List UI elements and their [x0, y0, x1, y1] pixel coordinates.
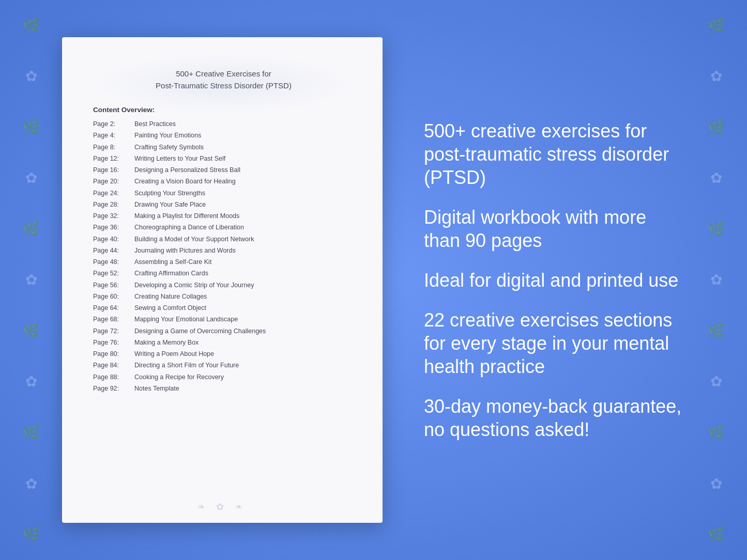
- toc-entry-title: Designing a Game of Overcoming Challenge…: [134, 326, 266, 337]
- toc-page-number: Page 12:: [93, 153, 134, 164]
- toc-item: Page 68:Mapping Your Emotional Landscape: [93, 314, 354, 325]
- toc-item: Page 32:Making a Playlist for Different …: [93, 211, 354, 222]
- toc-page-number: Page 16:: [93, 165, 134, 176]
- floral-sprig: 🌿: [707, 17, 725, 34]
- toc-page-number: Page 64:: [93, 303, 134, 314]
- content-overview-label: Content Overview:: [93, 106, 354, 114]
- toc-item: Page 40:Building a Model of Your Support…: [93, 234, 354, 245]
- toc-entry-title: Sewing a Comfort Object: [134, 303, 206, 314]
- toc-item: Page 12:Writing Letters to Your Past Sel…: [93, 153, 354, 164]
- toc-entry-title: Sculpting Your Strengths: [134, 188, 205, 199]
- toc-item: Page 8:Crafting Safety Symbols: [93, 142, 354, 153]
- toc-page-number: Page 80:: [93, 349, 134, 360]
- toc-item: Page 56:Developing a Comic Strip of Your…: [93, 280, 354, 291]
- toc-page-number: Page 92:: [93, 383, 134, 394]
- toc-page-number: Page 48:: [93, 257, 134, 268]
- toc-page-number: Page 32:: [93, 211, 134, 222]
- toc-page-number: Page 4:: [93, 130, 134, 141]
- toc-page-number: Page 20:: [93, 176, 134, 187]
- toc-entry-title: Cooking a Recipe for Recovery: [134, 372, 224, 383]
- toc-entry-title: Making a Playlist for Different Moods: [134, 211, 239, 222]
- toc-entry-title: Writing Letters to Your Past Self: [134, 153, 225, 164]
- document-title: 500+ Creative Exercises for Post-Traumat…: [93, 68, 354, 91]
- toc-entry-title: Designing a Personalized Stress Ball: [134, 165, 240, 176]
- toc-entry-title: Crafting Safety Symbols: [134, 142, 204, 153]
- toc-page-number: Page 84:: [93, 360, 134, 371]
- toc-entry-title: Mapping Your Emotional Landscape: [134, 314, 238, 325]
- floral-sprig: ✿: [25, 475, 37, 492]
- floral-sprig: ✿: [25, 271, 37, 288]
- toc-item: Page 60:Creating Nature Collages: [93, 291, 354, 302]
- toc-item: Page 36:Choreographing a Dance of Libera…: [93, 222, 354, 233]
- toc-item: Page 92:Notes Template: [93, 383, 354, 394]
- floral-sprig: 🌿: [22, 17, 40, 34]
- toc-page-number: Page 28:: [93, 199, 134, 210]
- toc-page-number: Page 2:: [93, 119, 134, 130]
- toc-entry-title: Assembling a Self-Care Kit: [134, 257, 211, 268]
- toc-entry-title: Best Practices: [134, 119, 176, 130]
- floral-sprig: 🌿: [22, 424, 40, 441]
- toc-page-number: Page 8:: [93, 142, 134, 153]
- info-block-5: 30-day money-back guarantee, no question…: [424, 395, 685, 441]
- toc-item: Page 52:Crafting Affirmation Cards: [93, 268, 354, 279]
- table-of-contents: Page 2:Best PracticesPage 4:Painting You…: [93, 119, 354, 394]
- toc-entry-title: Creating Nature Collages: [134, 291, 207, 302]
- toc-entry-title: Directing a Short Film of Your Future: [134, 360, 239, 371]
- toc-item: Page 48:Assembling a Self-Care Kit: [93, 257, 354, 268]
- toc-page-number: Page 88:: [93, 372, 134, 383]
- toc-item: Page 72:Designing a Game of Overcoming C…: [93, 326, 354, 337]
- floral-sprig: ✿: [25, 373, 37, 390]
- toc-entry-title: Writing a Poem About Hope: [134, 349, 214, 360]
- toc-entry-title: Developing a Comic Strip of Your Journey: [134, 280, 254, 291]
- toc-entry-title: Notes Template: [134, 383, 179, 394]
- info-block-2: Digital workbook with more than 90 pages: [424, 206, 685, 252]
- toc-entry-title: Making a Memory Box: [134, 337, 199, 348]
- toc-page-number: Page 44:: [93, 245, 134, 256]
- document-panel: 500+ Creative Exercises for Post-Traumat…: [62, 37, 383, 523]
- floral-sprig: ✿: [710, 68, 722, 85]
- toc-item: Page 28:Drawing Your Safe Place: [93, 199, 354, 210]
- toc-entry-title: Creating a Vision Board for Healing: [134, 176, 236, 187]
- document-title-line1: 500+ Creative Exercises for: [176, 69, 271, 78]
- document-title-line2: Post-Traumatic Stress Disorder (PTSD): [156, 81, 292, 90]
- toc-page-number: Page 72:: [93, 326, 134, 337]
- toc-item: Page 16:Designing a Personalized Stress …: [93, 165, 354, 176]
- info-block-3: Ideal for digital and printed use: [424, 269, 685, 292]
- toc-item: Page 64:Sewing a Comfort Object: [93, 303, 354, 314]
- toc-entry-title: Painting Your Emotions: [134, 130, 201, 141]
- floral-sprig: 🌿: [22, 322, 40, 339]
- floral-sprig: 🌿: [22, 119, 40, 136]
- toc-item: Page 2:Best Practices: [93, 119, 354, 130]
- toc-item: Page 20:Creating a Vision Board for Heal…: [93, 176, 354, 187]
- floral-sprig: 🌿: [22, 526, 40, 543]
- toc-page-number: Page 56:: [93, 280, 134, 291]
- floral-sprig: ✿: [710, 475, 722, 492]
- toc-item: Page 44:Journaling with Pictures and Wor…: [93, 245, 354, 256]
- toc-entry-title: Choreographing a Dance of Liberation: [134, 222, 244, 233]
- toc-entry-title: Crafting Affirmation Cards: [134, 268, 208, 279]
- toc-entry-title: Drawing Your Safe Place: [134, 199, 206, 210]
- floral-left-border: 🌿 ✿ 🌿 ✿ 🌿 ✿ 🌿 ✿ 🌿 ✿ 🌿: [0, 0, 62, 560]
- floral-sprig: ✿: [25, 68, 37, 85]
- toc-page-number: Page 60:: [93, 291, 134, 302]
- toc-item: Page 4:Painting Your Emotions: [93, 130, 354, 141]
- floral-sprig: 🌿: [22, 221, 40, 238]
- toc-page-number: Page 40:: [93, 234, 134, 245]
- toc-entry-title: Journaling with Pictures and Words: [134, 245, 236, 256]
- toc-page-number: Page 24:: [93, 188, 134, 199]
- toc-page-number: Page 36:: [93, 222, 134, 233]
- toc-entry-title: Building a Model of Your Support Network: [134, 234, 254, 245]
- toc-page-number: Page 68:: [93, 314, 134, 325]
- toc-item: Page 24:Sculpting Your Strengths: [93, 188, 354, 199]
- toc-item: Page 88:Cooking a Recipe for Recovery: [93, 372, 354, 383]
- floral-sprig: ✿: [25, 169, 37, 186]
- info-block-4: 22 creative exercises sections for every…: [424, 308, 685, 378]
- toc-item: Page 80:Writing a Poem About Hope: [93, 349, 354, 360]
- info-block-1: 500+ creative exercises for post-traumat…: [424, 119, 685, 189]
- toc-page-number: Page 52:: [93, 268, 134, 279]
- toc-page-number: Page 76:: [93, 337, 134, 348]
- toc-item: Page 84:Directing a Short Film of Your F…: [93, 360, 354, 371]
- toc-item: Page 76:Making a Memory Box: [93, 337, 354, 348]
- floral-sprig: 🌿: [707, 526, 725, 543]
- info-panel: 500+ creative exercises for post-traumat…: [383, 119, 716, 441]
